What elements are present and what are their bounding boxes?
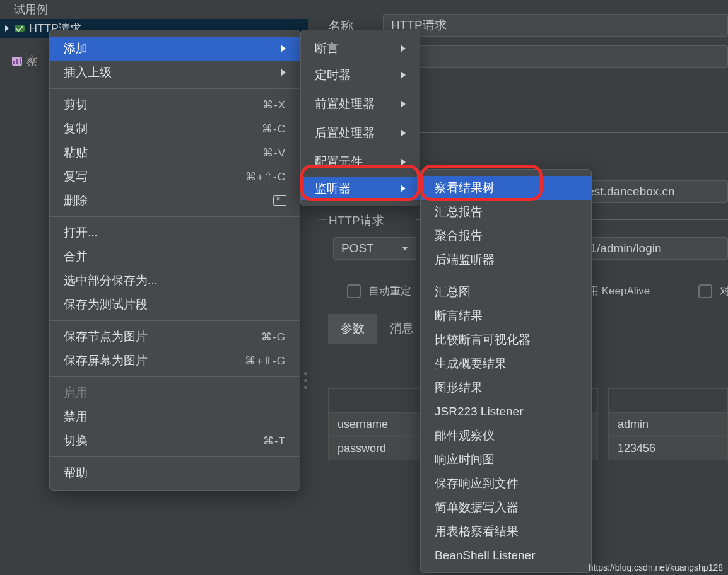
submenu-add: 断言 定时器 前置处理器 后置处理器 配置元件 监听器 — [300, 30, 420, 206]
submenu-listener-items: 察看结果树 汇总报告 聚合报告 后端监听器 汇总图 断言结果 比较断言可视化器 … — [420, 169, 592, 573]
http-section-title: HTTP请求 — [329, 212, 384, 229]
submenu-timer[interactable]: 定时器 — [301, 61, 420, 90]
menu-save-fragment[interactable]: 保存为测试片段 — [50, 293, 300, 317]
tree-row-root[interactable]: 试用例 — [0, 0, 308, 19]
http-sampler-icon — [14, 23, 25, 34]
extra-checkbox[interactable]: 对 — [698, 284, 728, 298]
menu-insert-parent[interactable]: 插入上级 — [50, 61, 300, 84]
chevron-down-icon — [402, 247, 408, 250]
listener-icon — [11, 55, 23, 67]
svg-rect-2 — [13, 61, 15, 64]
submenu-arrow-icon — [401, 158, 406, 166]
table-cell-value[interactable]: admin — [608, 412, 728, 436]
tree-expand-icon[interactable] — [5, 25, 9, 32]
menu-save-screen-image[interactable]: 保存屏幕为图片⌘+⇧-G — [50, 349, 300, 373]
listener-item[interactable]: 保存响应到文件 — [421, 472, 591, 496]
checkbox-icon — [347, 284, 361, 298]
menu-copy[interactable]: 复制⌘-C — [50, 117, 300, 141]
table-cell-value[interactable]: 123456 — [608, 436, 728, 460]
submenu-arrow-icon — [281, 69, 286, 76]
menu-add[interactable]: 添加 — [50, 37, 300, 61]
tab-params[interactable]: 参数 — [328, 314, 377, 344]
split-grip-icon — [304, 372, 307, 389]
menu-duplicate[interactable]: 复写⌘+⇧-C — [50, 165, 300, 189]
menu-paste[interactable]: 粘贴⌘-V — [50, 141, 300, 165]
listener-item[interactable]: 比较断言可视化器 — [421, 328, 591, 352]
listener-item[interactable]: 简单数据写入器 — [421, 496, 591, 520]
menu-save-node-image[interactable]: 保存节点为图片⌘-G — [50, 325, 300, 349]
menu-cut[interactable]: 剪切⌘-X — [50, 93, 300, 117]
submenu-postprocessor[interactable]: 后置处理器 — [301, 119, 420, 148]
auto-redirect-checkbox[interactable]: 自动重定 — [347, 284, 411, 298]
submenu-arrow-icon — [401, 185, 406, 192]
listener-item[interactable]: 断言结果 — [421, 304, 591, 328]
backspace-icon — [273, 195, 286, 206]
listener-item[interactable]: 邮件观察仪 — [421, 424, 591, 448]
submenu-config[interactable]: 配置元件 — [301, 148, 420, 177]
submenu-arrow-icon — [401, 100, 406, 108]
menu-toggle[interactable]: 切换⌘-T — [50, 429, 300, 453]
menu-disable[interactable]: 禁用 — [50, 405, 300, 429]
listener-item[interactable]: 响应时间图 — [421, 448, 591, 472]
tab-body[interactable]: 消息 — [377, 314, 426, 344]
watermark-text: https://blog.csdn.net/kuangshp128 — [589, 562, 723, 572]
tree-row-child-label: 察 — [26, 54, 38, 69]
menu-delete[interactable]: 删除 — [50, 189, 300, 212]
submenu-arrow-icon — [401, 129, 406, 137]
svg-rect-4 — [20, 58, 21, 64]
listener-item[interactable]: 汇总报告 — [421, 200, 591, 224]
tree-root-label: 试用例 — [14, 2, 48, 17]
name-input[interactable]: HTTP请求 — [383, 14, 728, 37]
listener-item[interactable]: BeanShell Listener — [421, 543, 591, 567]
svg-rect-3 — [16, 59, 18, 64]
submenu-arrow-icon — [401, 45, 406, 52]
checkbox-icon — [698, 284, 712, 298]
comment-input[interactable] — [383, 45, 728, 68]
menu-enable: 启用 — [50, 381, 300, 405]
table-header-value[interactable] — [608, 388, 728, 412]
menu-open[interactable]: 打开... — [50, 221, 300, 245]
listener-item[interactable]: 生成概要结果 — [421, 352, 591, 376]
listener-item[interactable]: JSR223 Listener — [421, 400, 591, 424]
menu-merge[interactable]: 合并 — [50, 245, 300, 269]
listener-item[interactable]: 用表格察看结果 — [421, 520, 591, 543]
menu-help[interactable]: 帮助 — [50, 461, 300, 485]
body-tabs: 参数 消息 — [328, 314, 426, 344]
submenu-listener[interactable]: 监听器 — [301, 177, 420, 200]
context-menu: 添加 插入上级 剪切⌘-X 复制⌘-C 粘贴⌘-V 复写⌘+⇧-C 删除 打开.… — [49, 30, 300, 491]
http-method-select[interactable]: POST — [333, 237, 416, 260]
server-input[interactable]: test.dancebox.cn — [576, 180, 728, 203]
listener-item[interactable]: 聚合报告 — [421, 224, 591, 248]
listener-item-view-results-tree[interactable]: 察看结果树 — [421, 176, 591, 200]
listener-item[interactable]: 汇总图 — [421, 280, 591, 304]
submenu-assertions[interactable]: 断言 — [301, 37, 420, 61]
menu-save-selection[interactable]: 选中部分保存为... — [50, 269, 300, 293]
submenu-arrow-icon — [401, 71, 406, 79]
listener-item[interactable]: 图形结果 — [421, 376, 591, 400]
submenu-preprocessor[interactable]: 前置处理器 — [301, 90, 420, 119]
path-input[interactable]: v1/admin/login — [576, 237, 728, 260]
submenu-arrow-icon — [281, 45, 286, 52]
listener-item[interactable]: 后端监听器 — [421, 248, 591, 272]
